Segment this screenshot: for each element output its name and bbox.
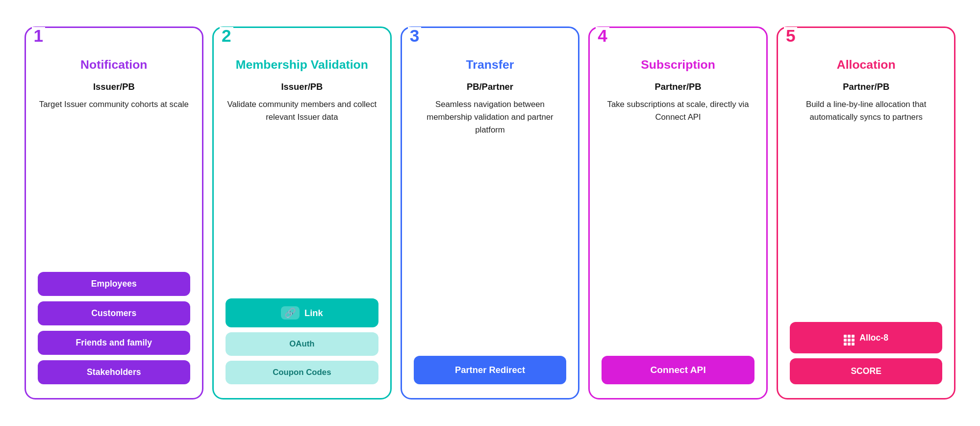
- step-5-card: 5 Allocation Partner/PB Build a line-by-…: [777, 27, 956, 399]
- step-2-card: 2 Membership Validation Issuer/PB Valida…: [212, 27, 392, 399]
- oauth-button[interactable]: OAuth: [226, 332, 378, 356]
- cohort-friends-family[interactable]: Friends and family: [38, 331, 191, 355]
- flow-diagram: 1 Notification Issuer/PB Target Issuer c…: [25, 27, 956, 399]
- step-2-bottom: 🔗 Link OAuth Coupon Codes: [226, 298, 378, 384]
- cohort-customers[interactable]: Customers: [38, 301, 191, 325]
- link-button[interactable]: 🔗 Link: [226, 298, 378, 327]
- step-4-role: Partner/PB: [655, 81, 702, 92]
- step-5-title: Allocation: [837, 57, 896, 73]
- coupon-codes-button[interactable]: Coupon Codes: [226, 361, 378, 384]
- step-1-title: Notification: [80, 57, 147, 73]
- step-2-desc: Validate community members and collect r…: [226, 98, 378, 124]
- step-4-desc: Take subscriptions at scale, directly vi…: [602, 98, 754, 124]
- step-2-number: 2: [220, 27, 233, 44]
- step-2-title: Membership Validation: [236, 57, 368, 73]
- alloc8-button[interactable]: Alloc-8: [790, 322, 943, 353]
- step-5-number: 5: [784, 27, 798, 44]
- step-4-card: 4 Subscription Partner/PB Take subscript…: [588, 27, 768, 399]
- step-1-role: Issuer/PB: [93, 81, 135, 92]
- connect-api-button[interactable]: Connect API: [602, 356, 754, 384]
- step-3-number: 3: [408, 27, 422, 44]
- step-4-bottom: Connect API: [602, 356, 754, 384]
- step-4-title: Subscription: [641, 57, 715, 73]
- cohort-employees[interactable]: Employees: [38, 272, 191, 296]
- partner-redirect-button[interactable]: Partner Redirect: [414, 356, 567, 384]
- score-button[interactable]: SCORE: [790, 358, 943, 384]
- step-1-bottom: Employees Customers Friends and family S…: [38, 272, 191, 384]
- step-3-role: PB/Partner: [467, 81, 513, 92]
- grid-icon: [844, 330, 854, 346]
- cohort-stakeholders[interactable]: Stakeholders: [38, 360, 191, 384]
- step-3-title: Transfer: [466, 57, 514, 73]
- cohort-list: Employees Customers Friends and family S…: [38, 272, 191, 384]
- step-5-desc: Build a line-by-line allocation that aut…: [790, 98, 943, 124]
- step-5-role: Partner/PB: [843, 81, 889, 92]
- step-3-bottom: Partner Redirect: [414, 356, 567, 384]
- link-icon: 🔗: [281, 306, 300, 320]
- step-2-role: Issuer/PB: [281, 81, 323, 92]
- step-5-bottom: Alloc-8 SCORE: [790, 322, 943, 384]
- step-1-card: 1 Notification Issuer/PB Target Issuer c…: [25, 27, 204, 399]
- step-1-desc: Target Issuer community cohorts at scale: [39, 98, 189, 111]
- step-4-number: 4: [596, 27, 609, 44]
- step-3-desc: Seamless navigation between membership v…: [414, 98, 567, 136]
- step-1-number: 1: [32, 27, 46, 44]
- step-3-card: 3 Transfer PB/Partner Seamless navigatio…: [401, 27, 580, 399]
